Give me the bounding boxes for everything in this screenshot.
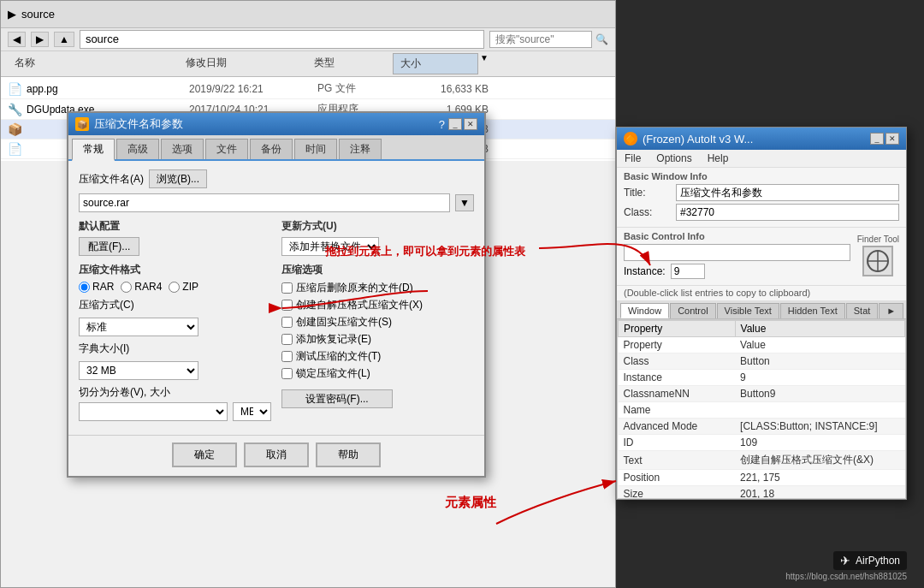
file-name: app.pg [27,83,189,95]
option-delete[interactable]: 压缩后删除原来的文件(D) [281,281,474,295]
col-property[interactable]: Property [619,321,736,337]
browse-button[interactable]: 浏览(B)... [149,169,207,188]
file-icon: 📦 [8,122,21,136]
volume-unit-select[interactable]: MB [233,402,271,421]
col-date-header[interactable]: 修改日期 [179,53,307,74]
search-input[interactable] [489,31,592,48]
dict-select[interactable]: 32 MB [79,361,198,380]
table-row[interactable]: 📄 app.pg 2019/9/22 16:21 PG 文件 16,633 KB [1,79,615,99]
table-row[interactable]: Position 221, 175 [619,470,905,486]
col-size-header[interactable]: 大小 [393,53,478,74]
table-row[interactable]: Name [619,402,905,419]
control-value-box[interactable] [624,244,850,261]
search-icon[interactable]: 🔍 [595,33,608,45]
help-icon[interactable]: ? [439,118,445,131]
close-button[interactable]: ✕ [464,118,477,130]
method-select[interactable]: 标准 [79,318,198,336]
table-row[interactable]: Text 创建自解压格式压缩文件(&X) [619,451,905,470]
tab-files[interactable]: 文件 [205,139,248,159]
control-info-fields: Basic Control Info Instance: [624,231,850,282]
checkbox-solid[interactable] [281,317,293,328]
watermark-url: https://blog.csdn.net/hsh881025 [785,572,907,581]
table-row[interactable]: Size 201, 18 [619,486,905,500]
col-type-header[interactable]: 类型 [307,53,393,74]
title-label: Title: [624,187,671,199]
option-selfextract[interactable]: 创建自解压格式压缩文件(X) [281,298,474,312]
option-solid-label: 创建固实压缩文件(S) [296,315,392,330]
val-name [735,402,904,419]
path-input[interactable]: source [80,30,484,49]
table-row[interactable]: Class Button [619,353,905,370]
title-row: Title: 压缩文件名和参数 [624,184,899,201]
finder-tool[interactable] [862,246,893,276]
title-value[interactable]: 压缩文件名和参数 [676,184,899,201]
option-recovery[interactable]: 添加恢复记录(E) [281,332,474,347]
finder-section: Finder Tool [857,231,899,276]
set-password-button[interactable]: 设置密码(F)... [281,389,393,408]
menu-help[interactable]: Help [705,151,732,165]
autoit-tab-window[interactable]: Window [620,303,669,318]
table-row[interactable]: Advanced Mode [CLASS:Button; INSTANCE:9] [619,419,905,435]
table-row[interactable]: Instance 9 [619,370,905,386]
dropdown-icon[interactable]: ▼ [455,194,474,211]
col-value[interactable]: Value [735,321,904,337]
val-id: 109 [735,435,904,451]
radio-rar[interactable]: RAR [79,281,114,293]
autoit-tab-stat[interactable]: Stat [846,303,879,318]
checkbox-delete[interactable] [281,282,293,294]
option-solid[interactable]: 创建固实压缩文件(S) [281,315,474,330]
source-bar: ◀ ▶ ▲ source 🔍 [1,28,615,51]
option-lock[interactable]: 锁定压缩文件(L) [281,366,474,381]
volume-select[interactable] [79,402,228,421]
autoit-tab-visible[interactable]: Visible Text [717,303,779,318]
val-advanced: [CLASS:Button; INSTANCE:9] [735,419,904,435]
tab-comment[interactable]: 注释 [339,139,382,159]
checkbox-test[interactable] [281,351,293,362]
class-label: Class: [624,206,671,218]
tab-backup[interactable]: 备份 [250,139,293,159]
autoit-tab-more[interactable]: ► [879,303,903,318]
table-row[interactable]: ID 109 [619,435,905,451]
prop-text: Text [619,451,736,470]
menu-file[interactable]: File [622,151,643,165]
tab-advanced[interactable]: 高级 [116,139,159,159]
checkbox-selfextract[interactable] [281,300,293,311]
cancel-button[interactable]: 取消 [244,442,309,467]
volume-section: 切分为分卷(V), 大小 MB [79,385,271,421]
method-label: 压缩方式(C) [79,298,134,312]
checkbox-lock[interactable] [281,368,293,379]
minimize-autoit[interactable]: _ [870,133,884,145]
sort-icon: ▼ [480,53,489,74]
forward-button[interactable]: ▶ [31,32,49,47]
property-table-container[interactable]: Property Value Property Value Class Butt… [617,319,906,499]
col-name-header[interactable]: 名称 [8,53,179,74]
table-row[interactable]: ClassnameNN Button9 [619,386,905,402]
up-button[interactable]: ▲ [54,32,74,47]
tab-general[interactable]: 常规 [72,139,115,161]
autoit-tab-control[interactable]: Control [670,303,715,318]
minimize-button[interactable]: _ [448,118,462,130]
menu-options[interactable]: Options [654,151,694,165]
instance-input[interactable] [671,264,705,279]
back-icon[interactable]: ▶ [8,8,16,21]
tab-options[interactable]: 选项 [161,139,204,159]
config-button[interactable]: 配置(F)... [79,237,139,256]
tab-time[interactable]: 时间 [294,139,337,159]
radio-zip[interactable]: ZIP [169,281,198,293]
default-section: 默认配置 配置(F)... [79,219,271,256]
prop-id: ID [619,435,736,451]
prop-instance: Instance [619,370,736,386]
filename-input[interactable] [79,193,450,212]
update-select[interactable]: 添加并替换文件 [281,237,379,256]
titlebar-buttons: _ ✕ [448,118,477,130]
autoit-tab-hidden[interactable]: Hidden Text [780,303,845,318]
class-value[interactable]: #32770 [676,204,899,221]
option-test[interactable]: 测试压缩的文件(T) [281,349,474,364]
back-button[interactable]: ◀ [8,32,26,47]
help-button[interactable]: 帮助 [316,442,381,467]
checkbox-recovery[interactable] [281,334,293,345]
close-autoit[interactable]: ✕ [886,133,899,145]
radio-rar4[interactable]: RAR4 [121,281,162,293]
ok-button[interactable]: 确定 [172,442,237,467]
table-row[interactable]: Property Value [619,337,905,353]
